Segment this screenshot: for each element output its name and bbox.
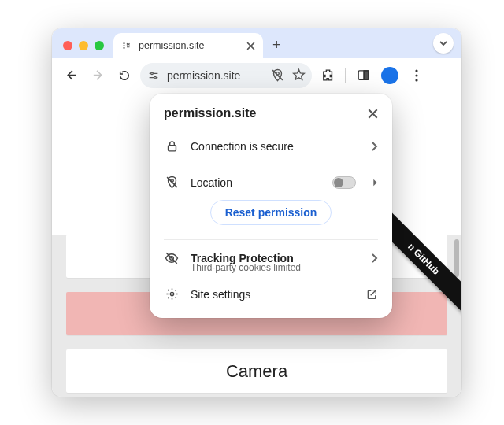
address-bar-text: permission.site <box>167 69 240 82</box>
zoom-window-button[interactable] <box>94 41 104 50</box>
svg-rect-8 <box>168 146 176 151</box>
chevron-right-icon <box>370 253 378 263</box>
minimize-window-button[interactable] <box>79 41 88 50</box>
svg-point-5 <box>415 69 417 72</box>
tab-search-button[interactable] <box>433 33 454 54</box>
location-toggle[interactable] <box>332 176 356 189</box>
location-label: Location <box>191 176 321 189</box>
svg-point-11 <box>170 292 173 295</box>
chrome-menu-button[interactable] <box>406 65 428 87</box>
svg-point-0 <box>151 72 154 75</box>
svg-point-6 <box>415 74 417 76</box>
divider <box>164 239 378 240</box>
svg-rect-4 <box>364 71 369 79</box>
divider <box>164 164 378 164</box>
chevron-right-icon <box>370 142 378 151</box>
close-tab-button[interactable] <box>246 42 255 50</box>
location-permission-row: Location <box>164 168 378 197</box>
toolbar: permission.site <box>52 58 461 93</box>
site-settings-row[interactable]: Site settings <box>164 278 378 309</box>
gear-icon <box>164 287 180 301</box>
lock-icon <box>164 139 180 153</box>
location-off-icon <box>164 176 180 189</box>
page-button-camera[interactable]: Camera <box>66 349 447 393</box>
svg-point-1 <box>154 76 157 79</box>
expand-location-icon[interactable] <box>372 179 378 187</box>
close-window-button[interactable] <box>63 41 72 50</box>
reload-button[interactable] <box>113 65 135 87</box>
tab-favicon-icon <box>121 40 132 51</box>
tab-title: permission.site <box>139 40 240 51</box>
new-tab-button[interactable]: + <box>263 37 291 58</box>
tab-strip: permission.site + <box>52 28 461 58</box>
tab-permission-site[interactable]: permission.site <box>113 33 263 58</box>
avatar-icon <box>381 67 398 84</box>
eye-off-icon <box>164 251 180 265</box>
address-bar[interactable]: permission.site <box>140 63 312 88</box>
side-panel-button[interactable] <box>352 65 374 87</box>
site-settings-label: Site settings <box>191 288 354 301</box>
connection-secure-label: Connection is secure <box>191 140 359 153</box>
scrollbar[interactable] <box>454 239 459 277</box>
site-info-popover: permission.site Connection is secure Loc… <box>150 94 392 318</box>
location-blocked-icon[interactable] <box>271 68 284 82</box>
open-external-icon <box>365 288 378 301</box>
toolbar-separator <box>345 68 346 83</box>
site-controls-icon[interactable] <box>146 68 161 83</box>
extensions-button[interactable] <box>317 65 339 87</box>
bookmark-star-icon[interactable] <box>292 68 306 82</box>
close-popover-button[interactable] <box>368 109 378 119</box>
svg-point-7 <box>415 79 417 81</box>
window-controls <box>58 41 109 58</box>
forward-button[interactable] <box>87 65 109 87</box>
profile-button[interactable] <box>379 65 401 87</box>
back-button[interactable] <box>60 65 82 87</box>
connection-secure-row[interactable]: Connection is secure <box>164 131 378 161</box>
popover-title: permission.site <box>164 106 256 120</box>
reset-permission-button[interactable]: Reset permission <box>210 200 332 225</box>
